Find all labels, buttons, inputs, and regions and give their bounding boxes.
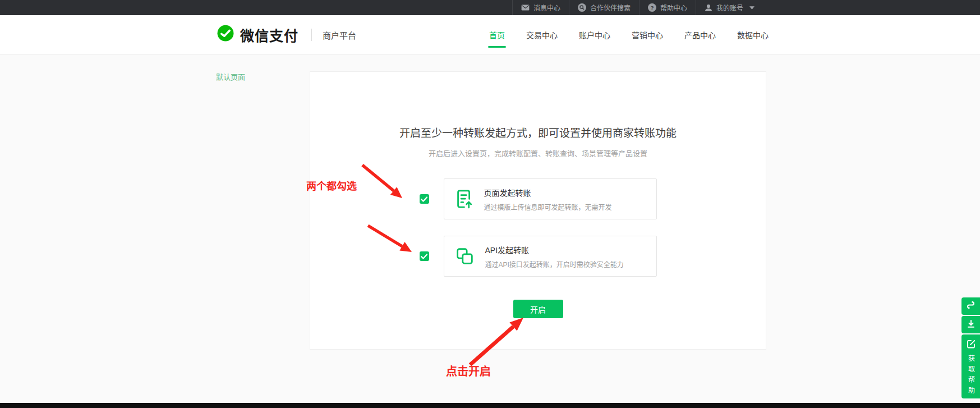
option-texts: API发起转账 通过API接口发起转账，开启时需校验安全能力	[485, 244, 624, 269]
get-help-button[interactable]: 获取帮助	[961, 334, 980, 398]
download-button[interactable]	[961, 316, 980, 333]
search-circle-icon	[578, 3, 586, 12]
link-icon	[966, 300, 976, 312]
nav-item-marketing-center[interactable]: 营销中心	[632, 15, 663, 54]
question-circle-icon: ?	[648, 3, 656, 12]
sidebar-item-default-page[interactable]: 默认页面	[216, 71, 245, 82]
topbar-item-label: 帮助中心	[660, 3, 687, 12]
top-utility-bar: 消息中心 合作伙伴搜索 ? 帮助中心 我的账号	[0, 0, 980, 15]
nav-item-product-center[interactable]: 产品中心	[684, 15, 716, 54]
brand-name: 微信支付	[240, 25, 298, 45]
page-transfer-checkbox[interactable]	[420, 194, 429, 204]
api-transfer-card[interactable]: API发起转账 通过API接口发起转账，开启时需校验安全能力	[444, 236, 657, 277]
brand[interactable]: 微信支付 商户平台	[216, 15, 356, 54]
option-desc: 通过API接口发起转账，开启时需校验安全能力	[485, 259, 624, 269]
enable-button[interactable]: 开启	[513, 300, 563, 318]
page-transfer-icon	[456, 189, 473, 209]
download-icon	[967, 319, 976, 331]
user-icon	[705, 4, 712, 12]
checkmark-icon	[421, 194, 427, 204]
bottom-dark-strip	[0, 403, 980, 408]
api-transfer-checkbox[interactable]	[420, 251, 429, 261]
topbar-item-label: 合作伙伴搜索	[590, 3, 631, 12]
feedback-icon	[967, 340, 976, 351]
floating-help-toolbar: 获取帮助	[961, 297, 980, 400]
topbar-item-label: 消息中心	[533, 3, 560, 12]
brand-divider	[311, 29, 312, 41]
option-title: API发起转账	[485, 244, 624, 255]
svg-text:?: ?	[650, 4, 654, 11]
main-nav: 首页 交易中心 账户中心 营销中心 产品中心 数据中心	[489, 15, 769, 54]
option-texts: 页面发起转账 通过模版上传信息即可发起转账，无需开发	[484, 187, 612, 212]
header: 微信支付 商户平台 首页 交易中心 账户中心 营销中心 产品中心 数据中心	[0, 15, 980, 54]
share-link-button[interactable]	[961, 297, 980, 315]
page-title: 开启至少一种转账发起方式，即可设置并使用商家转账功能	[310, 125, 766, 140]
nav-item-data-center[interactable]: 数据中心	[737, 15, 769, 54]
brand-platform-label: 商户平台	[323, 29, 356, 41]
get-help-label: 获取帮助	[968, 355, 974, 397]
api-transfer-icon	[456, 247, 474, 265]
page-body: 默认页面 开启至少一种转账发起方式，即可设置并使用商家转账功能 开启后进入设置页…	[0, 54, 980, 403]
main-card: 开启至少一种转账发起方式，即可设置并使用商家转账功能 开启后进入设置页，完成转账…	[310, 71, 766, 350]
topbar-item-label: 我的账号	[716, 3, 743, 12]
topbar-item-partner-search[interactable]: 合作伙伴搜索	[569, 0, 639, 15]
option-row-api-transfer: API发起转账 通过API接口发起转账，开启时需校验安全能力	[310, 236, 766, 277]
chevron-down-icon	[749, 6, 754, 10]
option-desc: 通过模版上传信息即可发起转账，无需开发	[484, 202, 612, 212]
topbar-item-my-account[interactable]: 我的账号	[696, 0, 763, 15]
page-subtitle: 开启后进入设置页，完成转账配置、转账查询、场景管理等产品设置	[310, 148, 766, 158]
option-row-page-transfer: 页面发起转账 通过模版上传信息即可发起转账，无需开发	[310, 178, 766, 219]
topbar-item-help-center[interactable]: ? 帮助中心	[639, 0, 696, 15]
option-title: 页面发起转账	[484, 187, 612, 198]
envelope-icon	[521, 4, 530, 11]
nav-item-home[interactable]: 首页	[489, 15, 505, 54]
page-transfer-card[interactable]: 页面发起转账 通过模版上传信息即可发起转账，无需开发	[444, 178, 657, 219]
button-row: 开启	[310, 300, 766, 318]
topbar-item-messages[interactable]: 消息中心	[512, 0, 569, 15]
nav-item-account-center[interactable]: 账户中心	[579, 15, 610, 54]
nav-item-transaction-center[interactable]: 交易中心	[526, 15, 558, 54]
checkmark-icon	[421, 251, 427, 262]
wechat-pay-logo-icon	[216, 24, 235, 45]
